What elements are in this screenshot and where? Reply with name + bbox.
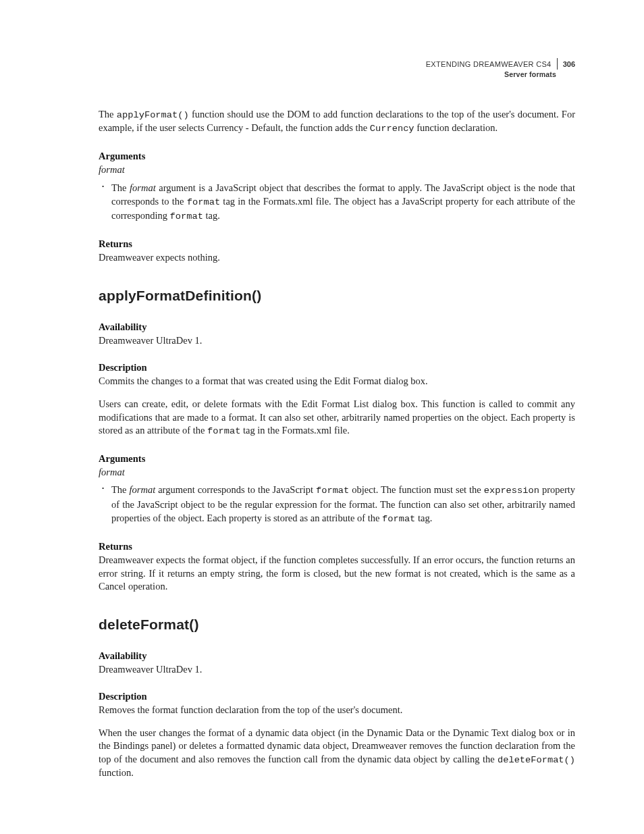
- text: function declaration.: [414, 122, 498, 133]
- returns-text: Dreamweaver expects nothing.: [99, 251, 575, 265]
- code-format: format: [187, 197, 220, 207]
- returns-heading: Returns: [99, 541, 575, 552]
- text: tag.: [415, 513, 432, 523]
- arg-name: format: [99, 466, 575, 479]
- arg-italic: format: [130, 484, 156, 495]
- text: The: [111, 182, 130, 193]
- description-p2: When the user changes the format of a dy…: [99, 727, 575, 780]
- page: EXTENDING DREAMWEAVER CS4 306 Server for…: [0, 0, 644, 834]
- code-format: format: [207, 426, 240, 436]
- intro-paragraph: The applyFormat() function should use th…: [99, 108, 575, 136]
- text: argument corresponds to the JavaScript: [155, 484, 316, 495]
- header-section: Server formats: [426, 70, 575, 79]
- text: tag.: [203, 210, 220, 221]
- function-heading-applyformatdefinition: applyFormatDefinition(): [99, 288, 575, 304]
- argument-item: The format argument is a JavaScript obje…: [111, 181, 575, 224]
- text: tag in the Formats.xml file.: [240, 425, 350, 436]
- description-p2: Users can create, edit, or delete format…: [99, 398, 575, 438]
- arguments-heading: Arguments: [99, 453, 575, 465]
- argument-item: The format argument corresponds to the J…: [111, 483, 575, 526]
- code-format: format: [316, 486, 349, 496]
- page-number: 306: [563, 60, 575, 68]
- arguments-heading: Arguments: [99, 151, 575, 162]
- header-line1: EXTENDING DREAMWEAVER CS4 306: [426, 58, 575, 70]
- code-expression: expression: [484, 486, 539, 496]
- text: The: [99, 109, 117, 120]
- description-p1: Removes the format function declaration …: [99, 704, 575, 717]
- code-currency: Currency: [370, 124, 414, 134]
- text: The: [111, 484, 130, 495]
- code-format: format: [170, 211, 203, 221]
- code-deleteformat: deleteFormat(): [498, 755, 575, 765]
- arguments-list: The format argument corresponds to the J…: [99, 483, 575, 526]
- arguments-list: The format argument is a JavaScript obje…: [99, 181, 575, 224]
- function-heading-deleteformat: deleteFormat(): [99, 617, 575, 633]
- code-applyformat: applyFormat(): [117, 110, 189, 120]
- availability-heading: Availability: [99, 321, 575, 333]
- header-divider: [557, 58, 558, 70]
- description-heading: Description: [99, 362, 575, 373]
- text: object. The function must set the: [349, 484, 483, 495]
- content: The applyFormat() function should use th…: [99, 108, 575, 780]
- product-name: EXTENDING DREAMWEAVER CS4: [426, 60, 552, 68]
- description-heading: Description: [99, 691, 575, 702]
- arg-italic: format: [130, 182, 156, 193]
- arg-name: format: [99, 163, 575, 177]
- availability-text: Dreamweaver UltraDev 1.: [99, 334, 575, 348]
- availability-heading: Availability: [99, 650, 575, 662]
- code-format: format: [382, 514, 415, 524]
- page-header: EXTENDING DREAMWEAVER CS4 306 Server for…: [426, 58, 575, 79]
- returns-text: Dreamweaver expects the format object, i…: [99, 554, 575, 594]
- text: function.: [99, 767, 134, 778]
- returns-heading: Returns: [99, 238, 575, 250]
- description-p1: Commits the changes to a format that was…: [99, 375, 575, 388]
- availability-text: Dreamweaver UltraDev 1.: [99, 663, 575, 677]
